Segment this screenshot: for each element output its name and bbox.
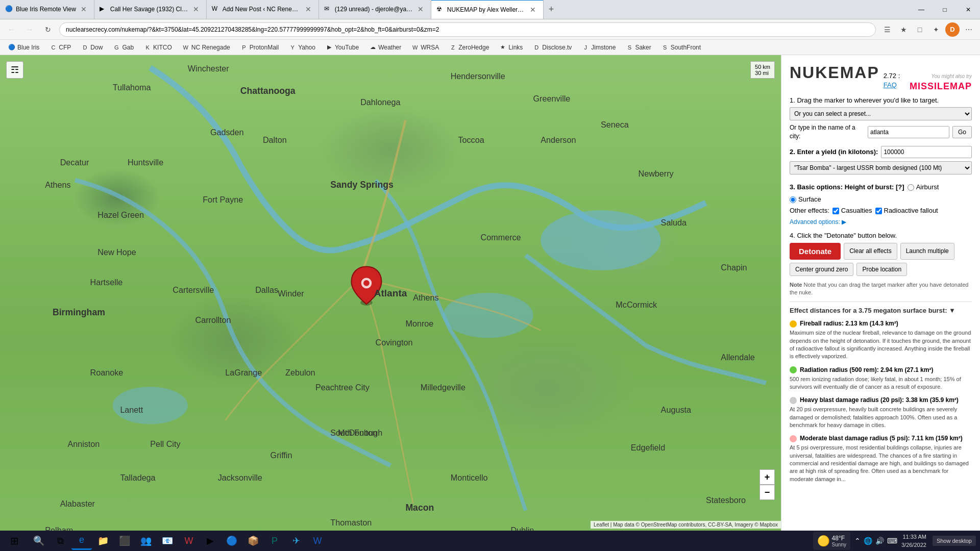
taskbar-publisher[interactable]: P: [264, 532, 285, 550]
probe-location-button[interactable]: Probe location: [856, 263, 907, 276]
collections-icon[interactable]: □: [913, 22, 927, 37]
bookmark-bm-dow[interactable]: D Dow: [77, 42, 107, 53]
show-desktop-button[interactable]: Show desktop: [933, 536, 976, 546]
nukemap-header: NUKEMAP 2.72 : FAQ You might also try MI…: [790, 61, 972, 93]
weather-widget[interactable]: 🟡 48°F Sunny: [813, 532, 850, 550]
bookmark-bm-zerohedge[interactable]: Z ZeroHedge: [445, 42, 493, 53]
close-button[interactable]: ✕: [957, 0, 980, 19]
tab-tab-callHer[interactable]: ▶ Call Her Savage (1932) Clara Bo... ✕: [94, 0, 207, 19]
detonate-button[interactable]: Detonate: [790, 243, 841, 260]
tab-tab-blueIris[interactable]: 🔵 Blue Iris Remote View ✕: [0, 0, 94, 19]
bookmark-bm-cfp[interactable]: C CFP: [45, 42, 75, 53]
settings-icon[interactable]: ⋯: [962, 22, 976, 37]
tab-title-tab-email: (129 unread) - djerole@yahoo.c...: [335, 6, 413, 13]
clear-effects-button[interactable]: Clear all effects: [844, 243, 897, 260]
zoom-in-button[interactable]: +: [760, 469, 775, 485]
bookmark-bm-ncRenegade[interactable]: W NC Renegade: [178, 42, 234, 53]
tab-close-tab-callHer[interactable]: ✕: [191, 4, 201, 14]
extension-icon[interactable]: ✦: [929, 22, 943, 37]
bookmark-bm-youtube[interactable]: ▶ YouTube: [322, 42, 363, 53]
forward-button[interactable]: →: [22, 22, 37, 37]
taskbar-word[interactable]: W: [307, 532, 328, 550]
taskbar-outlook[interactable]: 📧: [157, 532, 178, 550]
minimize-button[interactable]: —: [910, 0, 933, 19]
city-input[interactable]: [868, 126, 949, 138]
tab-tab-addPost[interactable]: W Add New Post ‹ NC Renegades – ✕: [207, 0, 319, 19]
effect-header: Effect distances for a 3.75 megaton surf…: [790, 302, 972, 315]
zoom-out-button[interactable]: −: [760, 485, 775, 500]
maximize-button[interactable]: □: [933, 0, 957, 19]
other-effects-label: Other effects:: [790, 206, 829, 215]
surface-radio-input[interactable]: [790, 196, 796, 203]
address-input[interactable]: [59, 22, 876, 37]
layer-control-button[interactable]: ☶: [6, 61, 23, 79]
faq-link[interactable]: FAQ: [884, 81, 897, 89]
taskbar-chrome[interactable]: 🔵: [222, 532, 242, 550]
taskbar-office[interactable]: W: [179, 532, 199, 550]
effect-desc-moderate-blast: At 5 psi overpressure, most residential …: [790, 444, 972, 483]
bookmark-bm-protonmail[interactable]: P ProtonMail: [236, 42, 283, 53]
refresh-button[interactable]: ↻: [41, 22, 55, 37]
speaker-icon[interactable]: 🔊: [875, 537, 884, 545]
yield-input[interactable]: [881, 146, 972, 158]
keyboard-icon[interactable]: ⌨: [887, 537, 897, 545]
bomb-select[interactable]: "Tsar Bomba" - largest USSR bomb designe…: [790, 161, 972, 174]
missilemap-link[interactable]: MISSILEMAP: [910, 80, 972, 93]
taskbar-search[interactable]: 🔍: [29, 532, 49, 550]
map-container[interactable]: Decatur Athens Birmingham Huntsville Tul…: [0, 55, 781, 531]
bookmark-bm-jimstone[interactable]: J Jimstone: [578, 42, 620, 53]
network-icon[interactable]: 🌐: [864, 537, 872, 545]
svg-text:Sandy Springs: Sandy Springs: [330, 180, 394, 190]
tab-close-tab-blueIris[interactable]: ✕: [79, 4, 89, 14]
bookmark-label-bm-kitco: KITCO: [153, 44, 172, 51]
bookmark-bm-gab[interactable]: G Gab: [109, 42, 138, 53]
tab-tab-nukemap[interactable]: ☢ NUKEMAP by Alex Wellerstein ✕: [431, 0, 544, 19]
title-bar: 🔵 Blue Iris Remote View ✕ ▶ Call Her Sav…: [0, 0, 980, 19]
bookmark-bm-yahoo[interactable]: Y Yahoo: [285, 42, 320, 53]
bookmark-bm-links[interactable]: ★ Links: [495, 42, 527, 53]
bookmark-icon-bm-southfront: S: [662, 44, 669, 51]
tab-close-tab-email[interactable]: ✕: [415, 4, 426, 14]
svg-text:Cartersville: Cartersville: [173, 285, 214, 294]
favorites-icon[interactable]: ★: [896, 22, 911, 37]
taskbar-files[interactable]: 📁: [93, 532, 113, 550]
svg-text:Dublin: Dublin: [510, 525, 534, 531]
back-button[interactable]: ←: [4, 22, 18, 37]
bookmark-bm-kitco[interactable]: K KITCO: [140, 42, 176, 53]
yield-row: 2. Enter a yield (in kilotons):: [790, 146, 972, 158]
fallout-checkbox[interactable]: [875, 208, 882, 214]
bookmark-bm-blueIris[interactable]: 🔵 Blue Iris: [4, 42, 43, 53]
svg-text:Pelham: Pelham: [45, 525, 73, 531]
bookmark-bm-disclose[interactable]: D Disclose.tv: [529, 42, 576, 53]
tab-tab-email[interactable]: ✉ (129 unread) - djerole@yahoo.c... ✕: [319, 0, 431, 19]
tab-close-tab-nukemap[interactable]: ✕: [528, 5, 538, 15]
tab-title-tab-blueIris: Blue Iris Remote View: [16, 6, 76, 13]
clock[interactable]: 11:33 AM 3/26/2022: [901, 533, 926, 549]
taskbar-media[interactable]: ▶: [200, 532, 220, 550]
taskbar-taskview[interactable]: ⧉: [50, 532, 70, 550]
start-button[interactable]: ⊞: [4, 532, 24, 550]
tray-chevron-icon[interactable]: ⌃: [854, 537, 861, 545]
airburst-radio-input[interactable]: [908, 184, 914, 191]
profile-icon[interactable]: D: [945, 22, 960, 37]
advanced-options-toggle[interactable]: Advanced options: ▶: [790, 218, 972, 227]
casualties-checkbox[interactable]: [832, 208, 839, 214]
taskbar-dropbox[interactable]: 📦: [243, 532, 263, 550]
bookmark-bm-wrsa[interactable]: W WRSA: [407, 42, 443, 53]
tab-close-tab-addPost[interactable]: ✕: [303, 4, 313, 14]
taskbar-telegram[interactable]: ✈: [286, 532, 306, 550]
bookmark-bm-saker[interactable]: S Saker: [622, 42, 655, 53]
preset-select[interactable]: Or you can select a preset...: [790, 107, 972, 120]
center-ground-zero-button[interactable]: Center ground zero: [790, 263, 853, 276]
bookmark-bm-weather[interactable]: ☁ Weather: [365, 42, 405, 53]
reader-mode-icon[interactable]: ☰: [880, 22, 894, 37]
taskbar-edge[interactable]: e: [71, 532, 92, 550]
go-button[interactable]: Go: [952, 126, 972, 138]
tab-favicon-tab-blueIris: 🔵: [5, 5, 13, 13]
new-tab-button[interactable]: +: [544, 0, 559, 19]
taskbar-teams[interactable]: 👥: [136, 532, 156, 550]
bookmark-bm-southfront[interactable]: S SouthFront: [657, 42, 705, 53]
taskbar-terminal[interactable]: ⬛: [114, 532, 135, 550]
svg-text:Monticello: Monticello: [451, 473, 488, 482]
launch-multiple-button[interactable]: Launch multiple: [900, 243, 954, 260]
